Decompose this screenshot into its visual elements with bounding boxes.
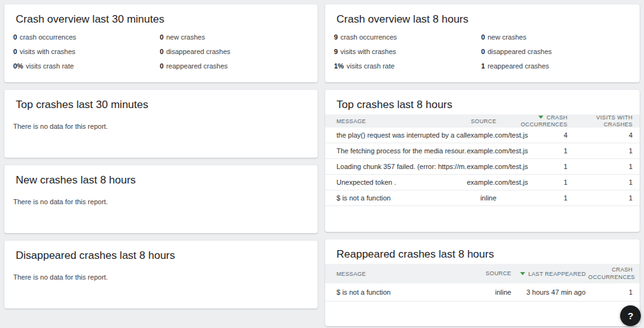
table-header-row: MESSAGE SOURCE LAST REAPPEARED CRASH OCC…	[325, 264, 640, 283]
stat-label: crash occurrences	[340, 33, 397, 41]
stat-label: visits with crashes	[340, 48, 396, 55]
cell-last-reappeared: 3 hours 47 min ago	[511, 288, 588, 296]
card-title: Disappeared crashes last 8 hours	[4, 241, 318, 263]
stat-crash-occurrences: 0 crash occurrences	[13, 30, 160, 45]
card-crash-overview-8h: Crash overview last 8 hours 9 crash occu…	[325, 4, 640, 82]
card-top-crashes-30m: Top crashes last 30 minutes There is no …	[4, 90, 318, 158]
no-data-message: There is no data for this report.	[4, 187, 318, 205]
no-data-message: There is no data for this report.	[4, 112, 318, 130]
cell-crash-occurrences: 1	[496, 163, 567, 170]
stat-value: 9	[334, 33, 338, 41]
cell-crash-occurrences: 4	[496, 131, 567, 139]
sort-desc-icon	[520, 272, 525, 275]
cell-source: inline	[467, 194, 496, 202]
card-new-crashes-8h: New crashes last 8 hours There is no dat…	[4, 165, 318, 233]
card-title: Top crashes last 30 minutes	[4, 90, 318, 112]
cell-source: example.com/test.js	[467, 178, 496, 186]
table-row[interactable]: Loading chunk 357 failed. (error: https:…	[325, 159, 640, 175]
stat-label: crash occurrences	[19, 33, 76, 41]
cell-crash-occurrences: 1	[496, 194, 567, 202]
cell-message: $ is not a function	[336, 288, 475, 296]
card-disappeared-crashes-8h: Disappeared crashes last 8 hours There i…	[4, 241, 318, 309]
stat-label: new crashes	[487, 33, 526, 41]
cell-crash-occurrences: 1	[496, 178, 567, 186]
column-header-message[interactable]: MESSAGE	[336, 118, 467, 124]
cell-message: $ is not a function	[336, 194, 467, 202]
stat-reappeared-crashes: 1 reappeared crashes	[481, 59, 628, 74]
cell-message: Unexpected token .	[336, 178, 467, 186]
stat-value: 0	[160, 33, 164, 41]
stat-reappeared-crashes: 0 reappeared crashes	[160, 59, 306, 74]
card-crash-overview-30m: Crash overview last 30 minutes 0 crash o…	[4, 4, 318, 82]
stat-value: 0	[13, 33, 17, 41]
stat-label: visits crash rate	[26, 62, 74, 70]
stat-visits-crash-rate: 1% visits crash rate	[334, 59, 481, 74]
crash-dashboard: Crash overview last 30 minutes 0 crash o…	[0, 0, 644, 328]
stat-value: 0	[13, 48, 17, 55]
stat-label: visits crash rate	[347, 62, 394, 70]
table-row[interactable]: $ is not a function inline 3 hours 47 mi…	[325, 283, 640, 302]
stat-disappeared-crashes: 0 disappeared crashes	[481, 45, 628, 59]
cell-message: The fetching process for the media resou…	[336, 147, 467, 155]
overview-stats: 0 crash occurrences 0 new crashes 0 visi…	[4, 30, 318, 74]
stat-label: reappeared crashes	[487, 62, 549, 70]
stat-value: 0	[481, 48, 485, 55]
cell-crash-occurrences: 1	[496, 147, 567, 155]
stat-visits-with-crashes: 0 visits with crashes	[13, 45, 160, 59]
dashboard-column-left: Crash overview last 30 minutes 0 crash o…	[4, 4, 318, 309]
cell-visits-with-crashes: 4	[567, 131, 633, 139]
column-header-crash-occurrences[interactable]: CRASH OCCURRENCES	[588, 266, 633, 281]
stat-value: 0	[160, 62, 164, 70]
no-data-message: There is no data for this report.	[4, 263, 318, 281]
stat-value: 0	[481, 33, 485, 41]
table-row[interactable]: the play() request was interrupted by a …	[325, 128, 640, 143]
cell-visits-with-crashes: 1	[567, 147, 633, 155]
column-header-source[interactable]: SOURCE	[475, 270, 511, 277]
cell-source: inline	[475, 288, 511, 296]
help-button[interactable]: ?	[620, 305, 641, 326]
stat-new-crashes: 0 new crashes	[160, 30, 306, 45]
cell-visits-with-crashes: 1	[567, 163, 633, 170]
stat-disappeared-crashes: 0 disappeared crashes	[160, 45, 306, 59]
column-header-crash-occurrences[interactable]: CRASH OCCURRENCES	[496, 114, 567, 129]
stat-visits-with-crashes: 9 visits with crashes	[334, 45, 481, 59]
table-row[interactable]: $ is not a function inline 1 1	[325, 190, 640, 206]
cell-visits-with-crashes: 1	[567, 178, 633, 186]
cell-message: the play() request was interrupted by a …	[336, 131, 467, 139]
stat-label: new crashes	[166, 33, 205, 41]
column-header-visits-with-crashes[interactable]: VISITS WITH CRASHES	[567, 114, 633, 129]
stat-crash-occurrences: 9 crash occurrences	[334, 30, 481, 45]
stat-label: visits with crashes	[19, 48, 75, 55]
card-top-crashes-8h: Top crashes last 8 hours MESSAGE SOURCE …	[325, 90, 640, 232]
overview-stats: 9 crash occurrences 0 new crashes 9 visi…	[325, 30, 640, 74]
card-title: New crashes last 8 hours	[4, 165, 318, 187]
stat-visits-crash-rate: 0% visits crash rate	[13, 59, 160, 74]
cell-source: example.com/test.js	[467, 131, 496, 139]
sort-desc-icon	[538, 116, 543, 119]
stat-label: reappeared crashes	[166, 62, 228, 70]
cell-source: example.com/test.js	[467, 163, 496, 170]
dashboard-column-right: Crash overview last 8 hours 9 crash occu…	[325, 4, 640, 326]
stat-value: 0	[160, 48, 164, 55]
card-reappeared-crashes-8h: Reappeared crashes last 8 hours MESSAGE …	[325, 239, 640, 326]
column-header-message[interactable]: MESSAGE	[336, 271, 475, 277]
card-title: Top crashes last 8 hours	[325, 90, 640, 112]
table-row[interactable]: Unexpected token . example.com/test.js 1…	[325, 175, 640, 190]
cell-source: example.com/test.js	[467, 147, 496, 155]
stat-label: disappeared crashes	[487, 48, 552, 55]
table-header-row: MESSAGE SOURCE CRASH OCCURRENCES VISITS …	[325, 114, 640, 128]
stat-value: 1%	[334, 62, 344, 70]
card-title: Crash overview last 30 minutes	[4, 4, 318, 26]
card-title: Crash overview last 8 hours	[325, 4, 640, 26]
cell-crash-occurrences: 1	[588, 288, 633, 296]
cell-message: Loading chunk 357 failed. (error: https:…	[336, 163, 467, 170]
column-header-last-reappeared[interactable]: LAST REAPPEARED	[511, 271, 588, 277]
stat-label: disappeared crashes	[166, 48, 230, 55]
table-row[interactable]: The fetching process for the media resou…	[325, 143, 640, 159]
cell-visits-with-crashes: 1	[567, 194, 633, 202]
stat-value: 9	[334, 48, 338, 55]
stat-value: 0%	[13, 62, 23, 70]
stat-new-crashes: 0 new crashes	[481, 30, 628, 45]
column-header-source[interactable]: SOURCE	[467, 118, 496, 125]
card-title: Reappeared crashes last 8 hours	[325, 239, 640, 261]
